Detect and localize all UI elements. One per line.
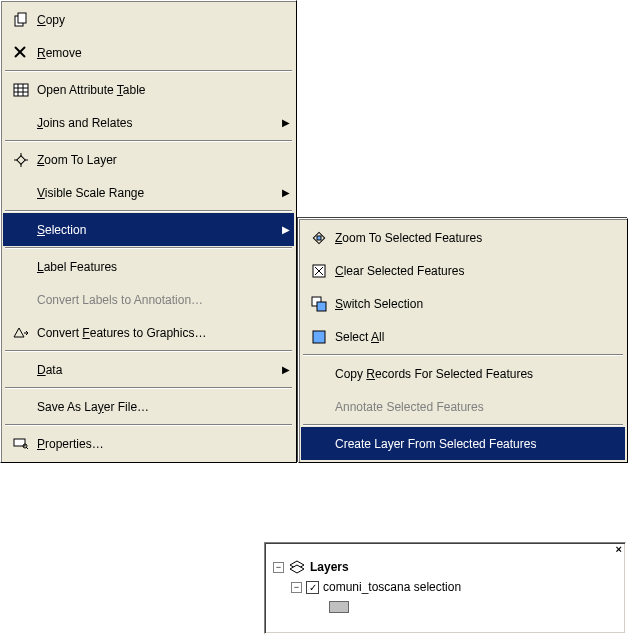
menu-label: Open Attribute Table xyxy=(35,83,274,97)
menu-label: Create Layer From Selected Features xyxy=(333,437,605,451)
submenu-arrow-icon: ▶ xyxy=(274,117,290,128)
layer-visibility-checkbox[interactable]: ✓ xyxy=(306,581,319,594)
tree-collapse-icon[interactable]: − xyxy=(273,562,284,573)
menu-label: Select All xyxy=(333,330,605,344)
close-icon[interactable]: × xyxy=(616,543,622,555)
menu-label: Annotate Selected Features xyxy=(333,400,605,414)
toc-root-row[interactable]: − Layers xyxy=(273,557,617,577)
menu-separator xyxy=(5,140,292,142)
menu-separator xyxy=(5,210,292,212)
svg-rect-9 xyxy=(17,155,25,163)
menu-label: Data xyxy=(35,363,274,377)
layers-icon xyxy=(288,559,306,575)
menu-item-switch-selection[interactable]: Switch Selection xyxy=(301,287,625,320)
menu-label: Zoom To Selected Features xyxy=(333,231,605,245)
menu-separator xyxy=(5,387,292,389)
svg-rect-25 xyxy=(317,302,326,311)
menu-item-select-all[interactable]: Select All xyxy=(301,320,625,353)
menu-label: Visible Scale Range xyxy=(35,186,274,200)
menu-label: Label Features xyxy=(35,260,274,274)
select-all-icon xyxy=(305,329,333,345)
menu-item-label-features[interactable]: Label Features xyxy=(3,250,294,283)
menu-item-open-attribute-table[interactable]: Open Attribute Table xyxy=(3,73,294,106)
submenu-arrow-icon: ▶ xyxy=(274,224,290,235)
zoom-selected-icon xyxy=(305,230,333,246)
menu-item-data[interactable]: Data ▶ xyxy=(3,353,294,386)
table-icon xyxy=(7,82,35,98)
menu-item-copy-records[interactable]: Copy Records For Selected Features xyxy=(301,357,625,390)
menu-item-save-as-layer-file[interactable]: Save As Layer File… xyxy=(3,390,294,423)
menu-item-convert-labels: Convert Labels to Annotation… xyxy=(3,283,294,316)
menu-label: Convert Features to Graphics… xyxy=(35,326,274,340)
menu-label: Remove xyxy=(35,46,274,60)
svg-rect-1 xyxy=(18,13,26,23)
toc-layer-label: comuni_toscana selection xyxy=(323,580,461,594)
toc-panel: × − Layers − ✓ comuni_toscana selection xyxy=(264,542,626,634)
menu-item-clear-selected[interactable]: Clear Selected Features xyxy=(301,254,625,287)
svg-rect-26 xyxy=(313,331,325,343)
toc-symbol-row[interactable] xyxy=(273,597,617,617)
menu-separator xyxy=(5,350,292,352)
menu-label: Switch Selection xyxy=(333,297,605,311)
menu-item-copy[interactable]: Copy xyxy=(3,3,294,36)
menu-label: Save As Layer File… xyxy=(35,400,274,414)
menu-item-properties[interactable]: Properties… xyxy=(3,427,294,460)
svg-rect-20 xyxy=(317,236,321,240)
menu-label: Copy xyxy=(35,13,274,27)
svg-line-18 xyxy=(26,447,28,449)
menu-label: Selection xyxy=(35,223,274,237)
menu-label: Copy Records For Selected Features xyxy=(333,367,605,381)
submenu-arrow-icon: ▶ xyxy=(274,364,290,375)
menu-item-remove[interactable]: Remove xyxy=(3,36,294,69)
selection-submenu: Zoom To Selected Features Clear Selected… xyxy=(298,218,628,463)
menu-separator xyxy=(303,424,623,426)
toc-layer-row[interactable]: − ✓ comuni_toscana selection xyxy=(273,577,617,597)
properties-icon xyxy=(7,436,35,452)
menu-item-visible-scale-range[interactable]: Visible Scale Range ▶ xyxy=(3,176,294,209)
menu-label: Convert Labels to Annotation… xyxy=(35,293,274,307)
menu-item-annotate-selected: Annotate Selected Features xyxy=(301,390,625,423)
tree-collapse-icon[interactable]: − xyxy=(291,582,302,593)
toc-root-label: Layers xyxy=(310,560,349,574)
menu-label: Properties… xyxy=(35,437,274,451)
svg-rect-4 xyxy=(14,84,28,96)
menu-separator xyxy=(303,354,623,356)
menu-item-zoom-to-layer[interactable]: Zoom To Layer xyxy=(3,143,294,176)
submenu-arrow-icon: ▶ xyxy=(274,187,290,198)
menu-item-selection[interactable]: Selection ▶ xyxy=(3,213,294,246)
menu-item-zoom-selected[interactable]: Zoom To Selected Features xyxy=(301,221,625,254)
menu-item-joins-relates[interactable]: Joins and Relates ▶ xyxy=(3,106,294,139)
layer-context-menu: Copy Remove Open Attribute Table Joins a… xyxy=(0,0,297,463)
menu-label: Joins and Relates xyxy=(35,116,274,130)
remove-icon xyxy=(7,45,35,61)
menu-label: Clear Selected Features xyxy=(333,264,605,278)
menu-label: Zoom To Layer xyxy=(35,153,274,167)
convert-features-icon xyxy=(7,325,35,341)
layer-symbol-swatch[interactable] xyxy=(329,601,349,613)
menu-separator xyxy=(5,247,292,249)
menu-item-convert-features[interactable]: Convert Features to Graphics… xyxy=(3,316,294,349)
menu-separator xyxy=(5,70,292,72)
menu-item-create-layer-from-selected[interactable]: Create Layer From Selected Features xyxy=(301,427,625,460)
menu-separator xyxy=(5,424,292,426)
clear-selected-icon xyxy=(305,263,333,279)
svg-marker-14 xyxy=(14,328,24,337)
switch-selection-icon xyxy=(305,296,333,312)
copy-icon xyxy=(7,12,35,28)
zoom-layer-icon xyxy=(7,152,35,168)
